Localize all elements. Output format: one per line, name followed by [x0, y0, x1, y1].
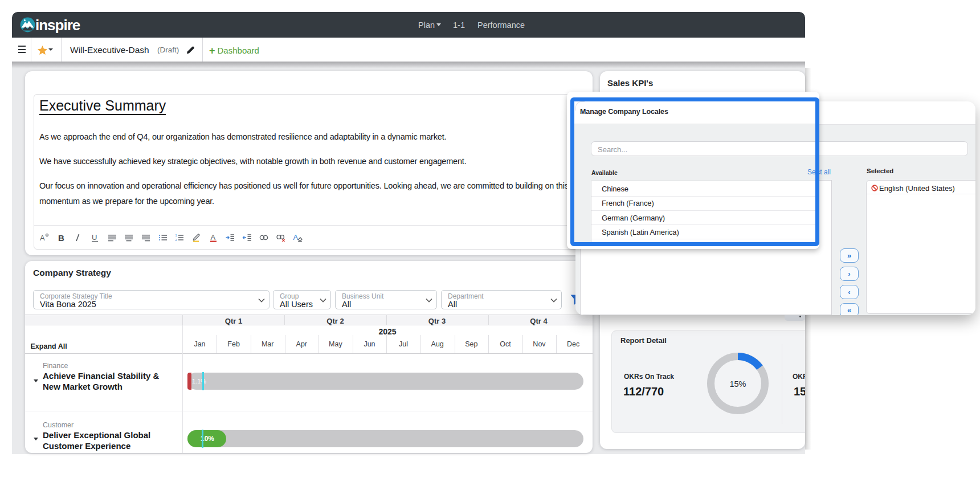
svg-text:U: U	[92, 233, 97, 242]
svg-text:A: A	[40, 234, 45, 242]
svg-text:A: A	[210, 233, 215, 242]
svg-text:A: A	[293, 233, 298, 242]
svg-text:1: 1	[175, 234, 177, 237]
svg-text:B: B	[58, 233, 64, 243]
svg-text:2: 2	[175, 238, 177, 242]
